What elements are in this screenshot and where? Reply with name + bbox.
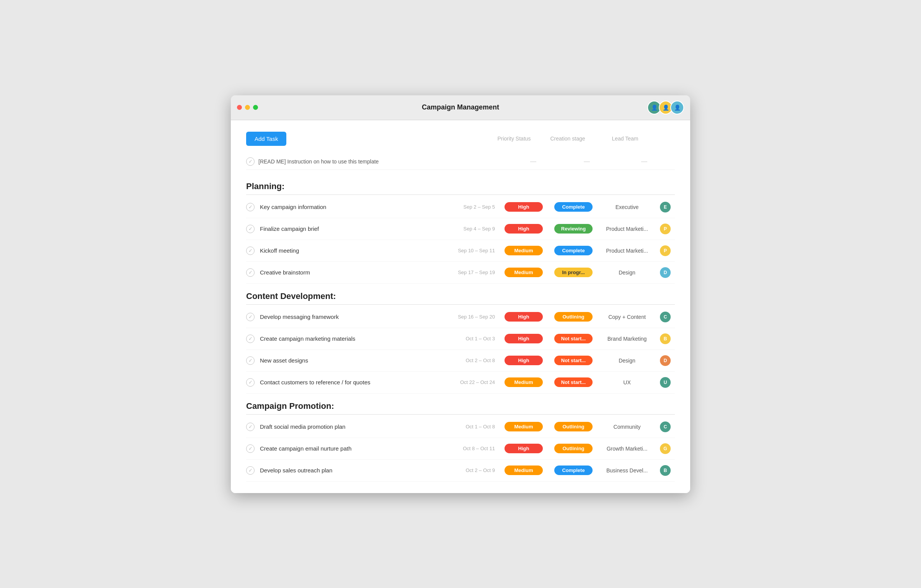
status-badge[interactable]: Not start... (554, 334, 593, 343)
priority-badge[interactable]: High (505, 334, 543, 343)
task-team: UX (598, 379, 656, 385)
table-row: ✓ Create campaign email nurture path Oct… (246, 438, 675, 460)
task-date: Oct 8 – Oct 11 (438, 446, 495, 451)
maximize-button[interactable] (253, 105, 258, 110)
table-row: ✓ Develop messaging framework Sep 16 – S… (246, 306, 675, 328)
priority-col: Medium (499, 268, 549, 277)
status-badge[interactable]: Complete (554, 246, 593, 255)
avatar: B (659, 464, 671, 477)
task-checkbox[interactable]: ✓ (246, 313, 255, 321)
task-name: Develop messaging framework (260, 314, 438, 320)
status-badge[interactable]: Outlining (554, 422, 593, 431)
task-name: Create campaign email nurture path (260, 445, 438, 452)
task-date: Oct 2 – Oct 9 (438, 467, 495, 473)
task-checkbox[interactable]: ✓ (246, 225, 255, 233)
status-col: Outlining (549, 444, 598, 453)
task-avatar: B (656, 333, 675, 345)
app-window: Campaign Management 👤 👤 👤 Add Task Prior… (231, 95, 690, 493)
table-row: ✓ Create campaign marketing materials Oc… (246, 328, 675, 350)
status-badge[interactable]: Complete (554, 202, 593, 212)
task-team: Design (598, 270, 656, 276)
status-badge[interactable]: Complete (554, 466, 593, 475)
table-row: ✓ Key campaign information Sep 2 – Sep 5… (246, 196, 675, 218)
status-col: Not start... (549, 377, 598, 387)
priority-col: Medium (499, 466, 549, 475)
section-header-2: Campaign Promotion: (246, 394, 675, 415)
task-avatar: P (656, 223, 675, 235)
priority-badge[interactable]: High (505, 202, 543, 212)
task-date: Oct 2 – Oct 8 (438, 358, 495, 363)
readme-task-name: [READ ME] Instruction on how to use this… (258, 158, 506, 165)
priority-badge[interactable]: High (505, 444, 543, 453)
task-checkbox[interactable]: ✓ (246, 444, 255, 453)
readme-dash-2: — (560, 158, 614, 165)
status-col: Not start... (549, 356, 598, 365)
task-checkbox[interactable]: ✓ (246, 335, 255, 343)
column-headers: Priority Status Creation stage Lead Team (487, 136, 675, 142)
readme-checkbox[interactable]: ✓ (246, 157, 255, 166)
task-name: Creative brainstorm (260, 269, 438, 276)
task-checkbox[interactable]: ✓ (246, 378, 255, 387)
page-title: Campaign Management (422, 103, 499, 111)
task-team: Growth Marketi... (598, 446, 656, 452)
task-date: Sep 17 – Sep 19 (438, 270, 495, 275)
task-date: Sep 4 – Sep 9 (438, 226, 495, 232)
priority-col: High (499, 334, 549, 343)
task-avatar: B (656, 464, 675, 477)
priority-badge[interactable]: Medium (505, 268, 543, 277)
priority-badge[interactable]: Medium (505, 422, 543, 431)
col-header-team: Lead Team (594, 136, 656, 142)
toolbar: Add Task Priority Status Creation stage … (246, 132, 675, 146)
status-badge[interactable]: Not start... (554, 356, 593, 365)
priority-col: High (499, 356, 549, 365)
task-name: Key campaign information (260, 204, 438, 210)
task-checkbox[interactable]: ✓ (246, 268, 255, 277)
priority-badge[interactable]: Medium (505, 246, 543, 255)
task-avatar: D (656, 266, 675, 279)
readme-dash-3: — (614, 158, 675, 165)
task-checkbox[interactable]: ✓ (246, 423, 255, 431)
task-team: Brand Marketing (598, 336, 656, 342)
priority-badge[interactable]: High (505, 224, 543, 234)
task-name: Contact customers to reference / for quo… (260, 379, 438, 385)
task-checkbox[interactable]: ✓ (246, 247, 255, 255)
task-avatar: C (656, 311, 675, 323)
task-avatar: G (656, 443, 675, 455)
avatar: P (659, 223, 671, 235)
task-name: Finalize campaign brief (260, 225, 438, 232)
priority-col: High (499, 202, 549, 212)
avatar: C (659, 421, 671, 433)
priority-badge[interactable]: Medium (505, 377, 543, 387)
task-avatar: C (656, 421, 675, 433)
readme-dash-1: — (506, 158, 560, 165)
priority-badge[interactable]: Medium (505, 466, 543, 475)
task-avatar: D (656, 354, 675, 367)
task-avatar: P (656, 245, 675, 257)
table-row: ✓ New asset designs Oct 2 – Oct 8 High N… (246, 350, 675, 372)
status-col: Outlining (549, 422, 598, 431)
task-checkbox[interactable]: ✓ (246, 356, 255, 365)
status-badge[interactable]: Outlining (554, 444, 593, 453)
task-checkbox[interactable]: ✓ (246, 203, 255, 211)
status-badge[interactable]: Not start... (554, 377, 593, 387)
traffic-lights (237, 105, 258, 110)
status-col: Complete (549, 466, 598, 475)
status-col: Not start... (549, 334, 598, 343)
minimize-button[interactable] (245, 105, 250, 110)
priority-badge[interactable]: High (505, 356, 543, 365)
task-checkbox[interactable]: ✓ (246, 466, 255, 475)
task-name: Develop sales outreach plan (260, 467, 438, 474)
status-badge[interactable]: Outlining (554, 312, 593, 322)
priority-badge[interactable]: High (505, 312, 543, 322)
task-name: Create campaign marketing materials (260, 335, 438, 342)
avatar: C (659, 311, 671, 323)
add-task-button[interactable]: Add Task (246, 132, 286, 146)
col-header-priority: Priority Status (487, 136, 541, 142)
avatar-user-3[interactable]: 👤 (670, 101, 684, 114)
task-team: Community (598, 424, 656, 430)
status-badge[interactable]: In progr... (554, 268, 593, 277)
close-button[interactable] (237, 105, 242, 110)
avatar: E (659, 201, 671, 213)
priority-col: High (499, 224, 549, 234)
status-badge[interactable]: Reviewing (554, 224, 593, 234)
